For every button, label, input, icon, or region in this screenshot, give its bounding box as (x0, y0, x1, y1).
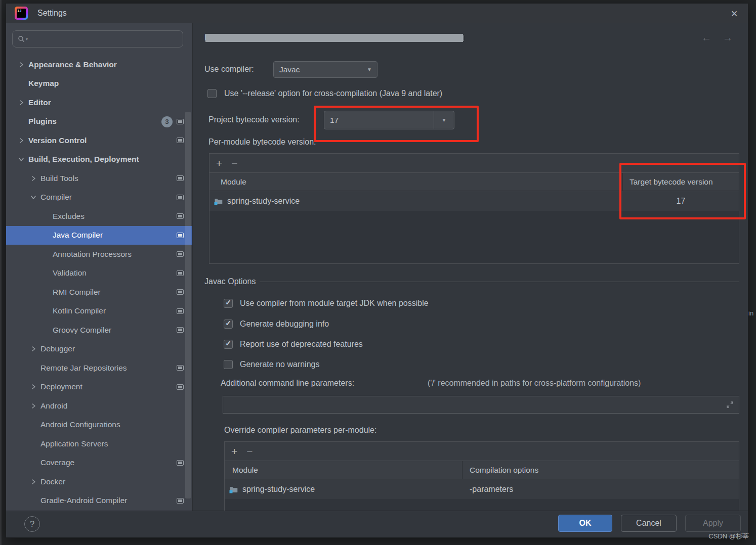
sidebar-item-docker[interactable]: Docker (6, 472, 192, 491)
project-scope-icon (177, 460, 184, 466)
chevron-collapsed-icon[interactable] (18, 137, 28, 144)
javac-options-title: Javac Options (204, 277, 256, 286)
chevron-collapsed-icon[interactable] (30, 402, 40, 410)
option-checkbox-use-compiler-from-module-target-jdk-when-possible[interactable] (224, 299, 233, 308)
sidebar-item-build-execution-deployment[interactable]: Build, Execution, Deployment (6, 150, 192, 169)
project-bytecode-select[interactable]: 17 ▼ (324, 111, 454, 129)
sidebar-item-build-tools[interactable]: Build Tools (6, 169, 192, 188)
sidebar-item-label: Excludes (53, 212, 85, 221)
apply-button[interactable]: Apply (685, 515, 741, 532)
project-scope-icon (177, 365, 184, 371)
cell-value: 17 (677, 197, 686, 206)
sidebar-item-label: Remote Jar Repositories (40, 364, 127, 373)
help-button[interactable]: ? (24, 516, 40, 532)
table-row-spring-study-service[interactable]: spring-study-service-parameters (225, 479, 739, 499)
sidebar-item-compiler[interactable]: Compiler (6, 188, 192, 207)
sidebar-item-plugins[interactable]: Plugins3 (6, 112, 192, 131)
option-checkbox-generate-no-warnings[interactable] (224, 360, 233, 369)
module-name: spring-study-service (242, 485, 315, 494)
override-table-header: Module Compilation options (225, 461, 739, 479)
sidebar-item-label: Groovy Compiler (53, 326, 111, 335)
sidebar-item-deployment[interactable]: Deployment (6, 378, 192, 397)
sidebar-scrollbar[interactable] (185, 112, 191, 498)
sidebar-item-appearance-behavior[interactable]: Appearance & Behavior (6, 55, 192, 74)
ok-button[interactable]: OK (558, 515, 612, 532)
dialog-titlebar: Settings ✕ (6, 4, 748, 23)
section-divider (260, 282, 739, 282)
chevron-expanded-icon[interactable] (18, 156, 28, 163)
add-icon[interactable]: + (216, 159, 222, 168)
forward-arrow-icon[interactable]: → (723, 32, 733, 43)
chevron-expanded-icon[interactable] (30, 194, 40, 201)
sidebar-item-debugger[interactable]: Debugger (6, 340, 192, 359)
chevron-spacer (30, 421, 40, 428)
sidebar-item-label: Coverage (40, 458, 74, 467)
bytecode-table-toolbar: + − (209, 154, 739, 173)
bytecode-table-header: Module Target bytecode version (209, 173, 739, 191)
sidebar-item-groovy-compiler[interactable]: Groovy Compiler (6, 321, 192, 340)
chevron-collapsed-icon[interactable] (30, 478, 40, 485)
sidebar-item-validation[interactable]: Validation (6, 264, 192, 283)
sidebar-item-excludes[interactable]: Excludes (6, 207, 192, 226)
chevron-spacer (18, 80, 28, 87)
dialog-title: Settings (37, 9, 67, 18)
project-scope-icon (177, 251, 184, 257)
sidebar-item-label: Compiler (40, 193, 72, 202)
sidebar-item-application-servers[interactable]: Application Servers (6, 434, 192, 453)
add-icon[interactable]: + (231, 447, 237, 456)
close-icon[interactable]: ✕ (728, 7, 741, 20)
project-scope-icon (177, 498, 184, 504)
sidebar-item-label: Editor (28, 98, 51, 107)
settings-search-input[interactable]: ▾ (12, 30, 183, 48)
chevron-spacer (30, 497, 40, 504)
sidebar-item-coverage[interactable]: Coverage (6, 453, 192, 473)
settings-sidebar: ▾ Appearance & BehaviorKeymapEditorPlugi… (6, 23, 193, 511)
sidebar-item-label: Version Control (28, 136, 87, 145)
additional-params-input[interactable] (228, 400, 722, 410)
cancel-button[interactable]: Cancel (621, 515, 677, 532)
sidebar-item-label: Plugins (28, 117, 57, 126)
sidebar-item-label: Android Configurations (40, 420, 120, 429)
sidebar-item-label: Docker (40, 477, 65, 486)
sidebar-item-label: Android (40, 401, 67, 411)
project-scope-icon (457, 35, 464, 41)
sidebar-item-rmi-compiler[interactable]: RMI Compiler (6, 283, 192, 302)
per-module-label: Per-module bytecode version: (208, 138, 316, 147)
option-checkbox-report-use-of-deprecated-features[interactable] (224, 340, 233, 349)
chevron-collapsed-icon[interactable] (18, 61, 28, 68)
expand-field-icon[interactable] (726, 401, 734, 408)
sidebar-item-keymap[interactable]: Keymap (6, 74, 192, 94)
chevron-collapsed-icon[interactable] (18, 99, 28, 106)
sidebar-item-java-compiler[interactable]: Java Compiler (6, 226, 192, 245)
remove-icon[interactable]: − (231, 159, 237, 168)
breadcrumb: Build, Execution, Deployment › Compiler … (204, 33, 464, 43)
use-compiler-label: Use compiler: (204, 65, 254, 74)
chevron-spacer (18, 118, 28, 125)
option-checkbox-generate-debugging-info[interactable] (224, 320, 233, 329)
override-table: + − Module Compilation options spring-st… (224, 441, 739, 511)
use-compiler-select[interactable]: Javac ▼ (273, 61, 377, 78)
sidebar-item-editor[interactable]: Editor (6, 93, 192, 112)
sidebar-item-gradle-android-compiler[interactable]: Gradle-Android Compiler (6, 491, 192, 511)
column-header-module: Module (225, 461, 463, 479)
chevron-down-icon[interactable]: ▼ (434, 111, 454, 129)
sidebar-item-label: Application Servers (40, 439, 108, 448)
sidebar-item-annotation-processors[interactable]: Annotation Processors (6, 245, 192, 264)
sidebar-item-label: Build, Execution, Deployment (28, 155, 139, 164)
sidebar-item-android-configurations[interactable]: Android Configurations (6, 416, 192, 435)
sidebar-item-remote-jar-repositories[interactable]: Remote Jar Repositories (6, 358, 192, 378)
chevron-collapsed-icon[interactable] (30, 383, 40, 390)
sidebar-item-android[interactable]: Android (6, 396, 192, 416)
project-scope-icon (177, 119, 184, 124)
table-row-spring-study-service[interactable]: spring-study-service17 (209, 191, 739, 211)
back-arrow-icon[interactable]: ← (701, 32, 711, 43)
sidebar-item-kotlin-compiler[interactable]: Kotlin Compiler (6, 302, 192, 321)
release-option-checkbox[interactable] (207, 89, 217, 98)
chevron-spacer (30, 440, 40, 447)
chevron-collapsed-icon[interactable] (30, 175, 40, 182)
additional-params-field-wrap (223, 396, 739, 414)
sidebar-item-version-control[interactable]: Version Control (6, 131, 192, 150)
sidebar-item-label: RMI Compiler (53, 288, 101, 297)
chevron-collapsed-icon[interactable] (30, 345, 40, 352)
remove-icon[interactable]: − (246, 447, 253, 456)
